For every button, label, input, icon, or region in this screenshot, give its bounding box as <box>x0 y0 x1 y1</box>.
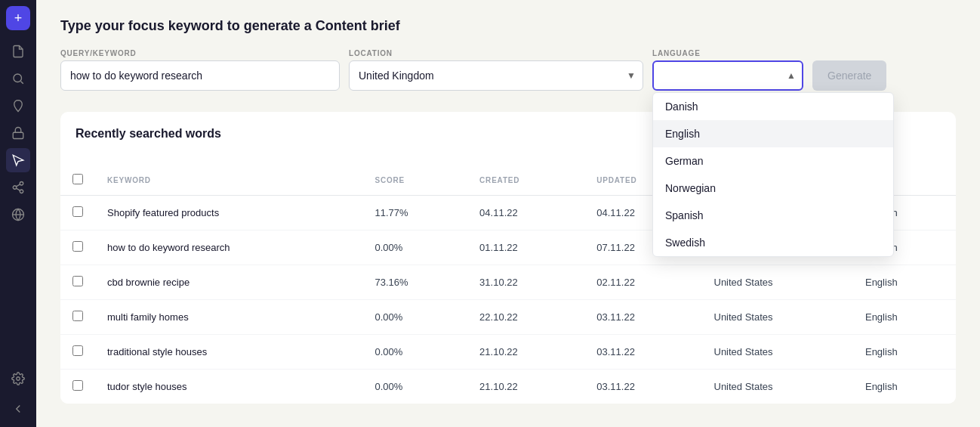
table-row: tudor style houses 0.00% 21.10.22 03.11.… <box>60 370 956 404</box>
row-location: United States <box>702 300 853 335</box>
svg-line-8 <box>16 184 20 187</box>
sidebar-item-pin[interactable] <box>6 94 30 118</box>
row-score: 73.16% <box>362 265 467 300</box>
row-checkbox[interactable] <box>72 241 83 252</box>
row-updated: 02.11.22 <box>584 265 701 300</box>
row-location: United States <box>702 265 853 300</box>
row-keyword: how to do keyword research <box>95 231 362 265</box>
generate-button[interactable]: Generate <box>812 60 886 91</box>
row-checkbox-cell <box>60 370 95 404</box>
sidebar: + <box>0 0 36 427</box>
row-lang: English <box>853 335 956 370</box>
dropdown-item-german[interactable]: German <box>653 147 893 175</box>
row-checkbox[interactable] <box>72 311 83 321</box>
row-lang: English <box>853 300 956 335</box>
row-checkbox[interactable] <box>72 206 83 217</box>
table-row: multi family homes 0.00% 22.10.22 03.11.… <box>60 300 956 335</box>
row-checkbox-cell <box>60 231 95 265</box>
dropdown-item-swedish[interactable]: Swedish <box>653 229 893 256</box>
row-checkbox[interactable] <box>72 345 83 356</box>
row-score: 0.00% <box>362 370 467 404</box>
dropdown-item-spanish[interactable]: Spanish <box>653 202 893 229</box>
row-created: 01.11.22 <box>467 231 584 265</box>
sidebar-item-search[interactable] <box>6 67 30 91</box>
row-keyword: tudor style houses <box>95 370 362 404</box>
row-updated: 03.11.22 <box>584 370 701 404</box>
col-created: CREATED <box>467 165 584 196</box>
row-score: 0.00% <box>362 335 467 370</box>
row-score: 11.77% <box>362 196 467 231</box>
table-row: cbd brownie recipe 73.16% 31.10.22 02.11… <box>60 265 956 300</box>
row-score: 0.00% <box>362 231 467 265</box>
svg-point-5 <box>13 186 17 190</box>
row-score: 0.00% <box>362 300 467 335</box>
row-keyword: cbd brownie recipe <box>95 265 362 300</box>
sidebar-item-circle[interactable] <box>6 203 30 227</box>
table-row: traditional style houses 0.00% 21.10.22 … <box>60 335 956 370</box>
row-location: United States <box>702 335 853 370</box>
row-checkbox[interactable] <box>72 380 83 391</box>
language-label: LANGUAGE <box>652 49 803 57</box>
col-score: SCORE <box>362 165 467 196</box>
row-updated: 03.11.22 <box>584 335 701 370</box>
plus-icon: + <box>14 11 23 26</box>
dropdown-item-english[interactable]: English <box>653 120 893 147</box>
row-created: 22.10.22 <box>467 300 584 335</box>
language-input[interactable] <box>652 60 803 91</box>
location-select[interactable]: United Kingdom United States Germany Fra… <box>349 60 643 91</box>
row-location: United States <box>702 370 853 404</box>
row-created: 31.10.22 <box>467 265 584 300</box>
sidebar-item-share[interactable] <box>6 175 30 200</box>
location-label: LOCATION <box>349 49 643 57</box>
sidebar-item-cursor[interactable] <box>6 148 30 172</box>
col-keyword: KEYWORD <box>95 165 362 196</box>
row-created: 21.10.22 <box>467 335 584 370</box>
row-checkbox-cell <box>60 335 95 370</box>
row-checkbox-cell <box>60 196 95 231</box>
select-all-checkbox[interactable] <box>72 174 83 184</box>
keyword-group: QUERY/KEYWORD <box>60 49 340 91</box>
sidebar-item-back[interactable] <box>6 397 30 421</box>
dropdown-item-norwegian[interactable]: Norwegian <box>653 175 893 202</box>
svg-line-7 <box>16 188 20 190</box>
keyword-input[interactable] <box>60 60 340 91</box>
row-checkbox-cell <box>60 265 95 300</box>
add-button[interactable]: + <box>6 6 30 30</box>
row-lang: English <box>853 265 956 300</box>
row-created: 21.10.22 <box>467 370 584 404</box>
sidebar-item-settings[interactable] <box>6 367 30 391</box>
svg-point-0 <box>14 74 22 82</box>
row-updated: 03.11.22 <box>584 300 701 335</box>
location-select-wrapper: United Kingdom United States Germany Fra… <box>349 60 643 91</box>
dropdown-item-danish[interactable]: Danish <box>653 93 893 120</box>
svg-rect-2 <box>13 132 23 138</box>
sidebar-item-document[interactable] <box>6 39 30 63</box>
col-checkbox <box>60 165 95 196</box>
row-keyword: traditional style houses <box>95 335 362 370</box>
row-checkbox[interactable] <box>72 276 83 286</box>
svg-point-6 <box>20 190 23 193</box>
form-row: QUERY/KEYWORD LOCATION United Kingdom Un… <box>60 49 956 91</box>
row-keyword: multi family homes <box>95 300 362 335</box>
sidebar-item-lock[interactable] <box>6 121 30 145</box>
language-input-wrapper: ▲ <box>652 60 803 91</box>
row-keyword: Shopify featured products <box>95 196 362 231</box>
svg-point-11 <box>17 377 20 381</box>
language-dropdown: Danish English German Norwegian Spanish … <box>652 92 894 257</box>
language-group: LANGUAGE ▲ Danish English German Norwegi… <box>652 49 803 91</box>
row-lang: English <box>853 370 956 404</box>
main-content: Type your focus keyword to generate a Co… <box>36 0 980 427</box>
location-group: LOCATION United Kingdom United States Ge… <box>349 49 643 91</box>
page-title: Type your focus keyword to generate a Co… <box>60 18 956 34</box>
row-checkbox-cell <box>60 300 95 335</box>
svg-point-4 <box>20 182 23 186</box>
row-created: 04.11.22 <box>467 196 584 231</box>
keyword-label: QUERY/KEYWORD <box>60 49 340 57</box>
svg-line-1 <box>20 81 23 83</box>
svg-marker-3 <box>13 155 23 166</box>
